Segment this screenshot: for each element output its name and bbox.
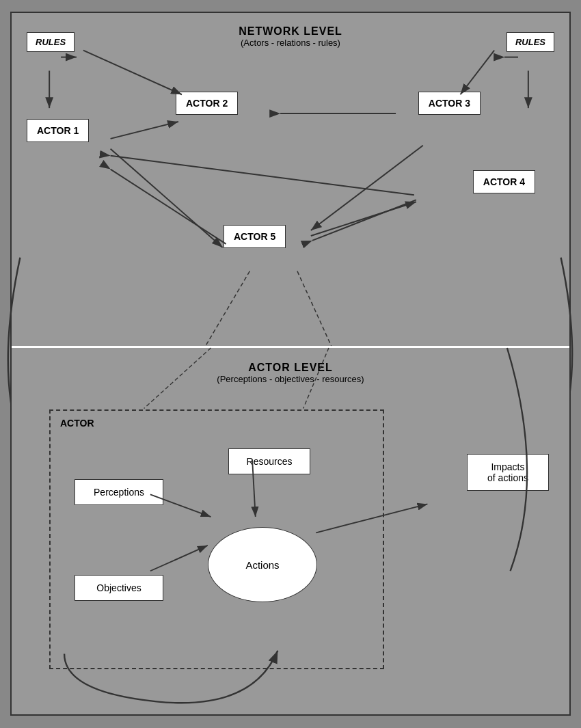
svg-line-17 <box>297 271 332 346</box>
perceptions-box: Perceptions <box>75 479 163 505</box>
main-container: NETWORK LEVEL (Actors - relations - rule… <box>10 12 571 716</box>
resources-box: Resources <box>228 448 310 474</box>
svg-line-10 <box>111 170 226 244</box>
rules-right: RULES <box>506 32 554 52</box>
svg-line-11 <box>311 202 416 236</box>
svg-line-14 <box>111 149 223 247</box>
actor2-box: ACTOR 2 <box>176 92 238 115</box>
svg-line-13 <box>311 146 423 230</box>
actor-level-title: ACTOR LEVEL <box>12 348 569 374</box>
impacts-label: Impacts of actions <box>487 461 528 483</box>
actor1-box: ACTOR 1 <box>27 119 89 142</box>
svg-line-12 <box>111 156 414 196</box>
svg-line-9 <box>111 122 178 139</box>
rules-left: RULES <box>27 32 75 52</box>
actor-dashed-container: ACTOR Perceptions Objectives Resources A… <box>49 409 384 669</box>
svg-line-15 <box>312 200 416 241</box>
network-section: NETWORK LEVEL (Actors - relations - rule… <box>12 13 569 348</box>
actor-label: ACTOR <box>60 418 94 429</box>
actor4-box: ACTOR 4 <box>473 170 535 193</box>
actor3-box: ACTOR 3 <box>418 92 481 115</box>
actor-section: ACTOR LEVEL (Perceptions - objectives - … <box>12 348 569 714</box>
network-title: NETWORK LEVEL <box>12 13 569 38</box>
objectives-box: Objectives <box>75 575 163 601</box>
svg-line-16 <box>206 271 250 346</box>
actor5-box: ACTOR 5 <box>224 225 286 248</box>
impacts-box: Impacts of actions <box>467 454 549 491</box>
actor-level-subtitle: (Perceptions - objectives - resources) <box>12 374 569 384</box>
svg-line-3 <box>83 51 182 95</box>
actions-oval: Actions <box>208 527 317 602</box>
network-subtitle: (Actors - relations - rules) <box>12 38 569 48</box>
svg-line-6 <box>460 51 494 95</box>
